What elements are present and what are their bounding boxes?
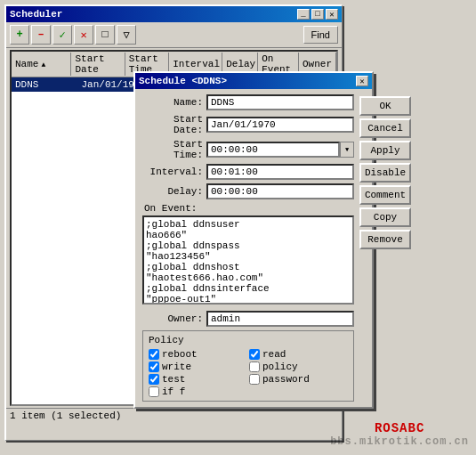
status-text: 1 item (1 selected) bbox=[10, 410, 121, 421]
delay-field-row: Delay: bbox=[142, 183, 354, 199]
policy-iff-checkbox[interactable] bbox=[149, 386, 159, 397]
watermark-top: ROSABC bbox=[330, 421, 469, 435]
apply-button[interactable]: Apply bbox=[359, 141, 411, 160]
policy-read: read bbox=[249, 349, 348, 360]
policy-write: write bbox=[149, 362, 247, 372]
dialog-fields: Name: Start Date: Start Time: ▼ Interval… bbox=[142, 94, 354, 402]
schedule-dialog: Schedule <DDNS> ✕ Name: Start Date: Star… bbox=[133, 71, 374, 409]
name-field-row: Name: bbox=[142, 94, 354, 110]
on-event-section: On Event: ;global ddnsuser hao666" ;glob… bbox=[142, 203, 354, 307]
name-input[interactable] bbox=[206, 94, 354, 110]
policy-read-checkbox[interactable] bbox=[249, 349, 260, 360]
copy-button[interactable]: Copy bbox=[359, 207, 411, 227]
comment-button[interactable]: Comment bbox=[359, 185, 411, 205]
start-time-wrapper: ▼ bbox=[206, 142, 354, 158]
policy-iff: if f bbox=[149, 386, 247, 397]
name-label: Name: bbox=[142, 97, 203, 108]
cell-name: DDNS bbox=[12, 78, 78, 91]
policy-policy-checkbox[interactable] bbox=[249, 362, 260, 372]
on-event-textarea[interactable]: ;global ddnsuser hao666" ;global ddnspas… bbox=[142, 215, 354, 305]
toolbar: + – ✓ ✕ □ ▽ Find bbox=[6, 22, 342, 48]
close-button[interactable]: ✕ bbox=[326, 9, 338, 20]
dialog-body: Name: Start Date: Start Time: ▼ Interval… bbox=[135, 89, 372, 407]
policy-password-checkbox[interactable] bbox=[249, 374, 260, 385]
dialog-buttons: OK Cancel Apply Disable Comment Copy Rem… bbox=[359, 94, 411, 402]
sort-arrow-icon: ▲ bbox=[41, 61, 45, 69]
ok-button[interactable]: OK bbox=[359, 96, 411, 116]
owner-input[interactable] bbox=[206, 311, 354, 327]
policy-reboot: reboot bbox=[149, 349, 247, 360]
add-button[interactable]: + bbox=[10, 25, 29, 45]
interval-input[interactable] bbox=[206, 164, 354, 180]
policy-title: Policy bbox=[149, 335, 348, 345]
policy-reboot-checkbox[interactable] bbox=[149, 349, 159, 360]
start-date-input[interactable] bbox=[206, 117, 354, 133]
policy-write-label: write bbox=[162, 362, 191, 372]
policy-test-label: test bbox=[162, 374, 185, 385]
start-time-spin[interactable]: ▼ bbox=[340, 142, 354, 158]
policy-iff-label: if f bbox=[162, 386, 185, 397]
copy-button[interactable]: □ bbox=[95, 25, 115, 45]
start-date-field-row: Start Date: bbox=[142, 114, 354, 135]
start-time-input[interactable] bbox=[206, 142, 340, 158]
policy-password: password bbox=[249, 374, 348, 385]
filter-button[interactable]: ▽ bbox=[117, 25, 136, 45]
maximize-button[interactable]: □ bbox=[311, 9, 324, 20]
policy-test: test bbox=[149, 374, 247, 385]
status-bar: 1 item (1 selected) bbox=[6, 408, 342, 423]
disable-button[interactable]: Disable bbox=[359, 163, 411, 183]
cancel-button[interactable]: ✕ bbox=[74, 25, 93, 45]
start-time-label: Start Time: bbox=[142, 139, 203, 160]
policy-grid: reboot read write policy bbox=[149, 349, 348, 397]
policy-reboot-label: reboot bbox=[162, 349, 198, 360]
dialog-title: Schedule <DDNS> bbox=[139, 76, 227, 86]
policy-read-label: read bbox=[262, 349, 286, 360]
policy-test-checkbox[interactable] bbox=[149, 374, 159, 385]
minimize-button[interactable]: _ bbox=[297, 9, 310, 20]
delay-input[interactable] bbox=[206, 183, 354, 199]
dialog-close-button[interactable]: ✕ bbox=[356, 76, 368, 86]
start-time-field-row: Start Time: ▼ bbox=[142, 139, 354, 160]
remove-button[interactable]: Remove bbox=[359, 230, 411, 249]
policy-write-checkbox[interactable] bbox=[149, 362, 159, 372]
interval-field-row: Interval: bbox=[142, 164, 354, 180]
cancel-button[interactable]: Cancel bbox=[359, 118, 411, 138]
apply-button[interactable]: ✓ bbox=[52, 25, 72, 45]
policy-policy-label: policy bbox=[262, 362, 298, 372]
delay-label: Delay: bbox=[142, 186, 203, 197]
owner-label: Owner: bbox=[142, 313, 203, 324]
cell-start-date: Jan/01/1970 bbox=[78, 78, 137, 91]
remove-button[interactable]: – bbox=[31, 25, 51, 45]
find-button[interactable]: Find bbox=[303, 26, 338, 44]
title-bar: Scheduler _ □ ✕ bbox=[6, 6, 342, 22]
watermark: ROSABC bbs.mikrotik.com.cn bbox=[330, 421, 469, 448]
start-date-label: Start Date: bbox=[142, 114, 203, 135]
policy-password-label: password bbox=[262, 374, 310, 385]
title-bar-controls: _ □ ✕ bbox=[297, 9, 338, 20]
main-window-title: Scheduler bbox=[10, 9, 62, 20]
col-header-start-date[interactable]: Start Date bbox=[71, 53, 125, 76]
policy-policy: policy bbox=[249, 362, 348, 372]
col-header-name[interactable]: Name ▲ bbox=[12, 53, 71, 76]
interval-label: Interval: bbox=[142, 167, 203, 177]
watermark-bottom: bbs.mikrotik.com.cn bbox=[330, 435, 469, 448]
owner-field-row: Owner: bbox=[142, 311, 354, 327]
on-event-label: On Event: bbox=[142, 203, 354, 214]
policy-section: Policy reboot read write bbox=[142, 330, 354, 402]
dialog-title-bar: Schedule <DDNS> ✕ bbox=[135, 73, 372, 89]
